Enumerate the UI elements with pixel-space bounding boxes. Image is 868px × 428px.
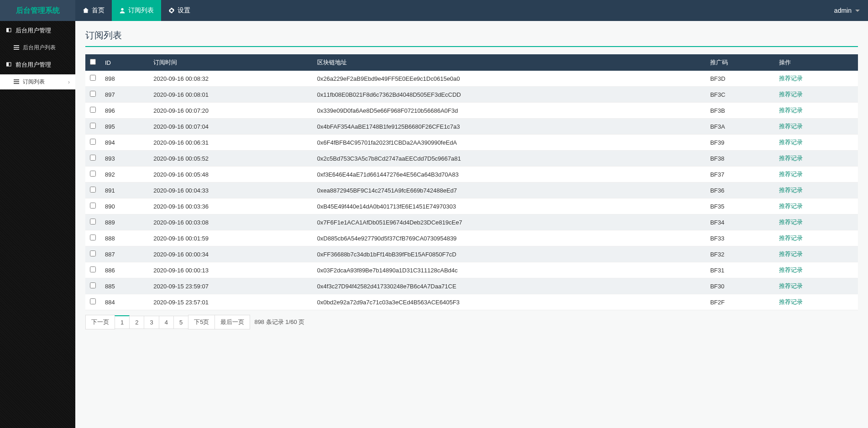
recommend-link[interactable]: 推荐记录: [779, 251, 803, 257]
sidebar-item[interactable]: 订阅列表: [0, 74, 75, 89]
recommend-link[interactable]: 推荐记录: [779, 219, 803, 225]
column-header: ID: [100, 54, 149, 71]
nav-subscriptions[interactable]: 订阅列表: [112, 0, 161, 21]
table-row: 8932020-09-16 00:05:520x2c5Bd753C3A5c7b8…: [85, 151, 858, 167]
cell-id: 897: [100, 87, 149, 103]
cell-id: 898: [100, 71, 149, 87]
svg-point-0: [121, 8, 123, 10]
table-row: 8952020-09-16 00:07:040x4bFAF354AaBE1748…: [85, 119, 858, 135]
pager-button[interactable]: 最后一页: [214, 315, 250, 329]
cell-code: BF3A: [706, 119, 774, 135]
sidebar-item-label: 后台用户列表: [23, 44, 56, 52]
pager-button[interactable]: 4: [159, 316, 174, 329]
pager-button[interactable]: 3: [144, 316, 159, 329]
caret-down-icon: [855, 10, 860, 12]
recommend-link[interactable]: 推荐记录: [779, 187, 803, 193]
cell-id: 891: [100, 183, 149, 198]
subscription-table: ID订阅时间区块链地址推广码操作 8982020-09-16 00:08:320…: [85, 54, 858, 310]
svg-rect-4: [14, 47, 19, 48]
cell-id: 894: [100, 135, 149, 151]
row-checkbox[interactable]: [90, 171, 96, 177]
cell-address: 0x339e09D0fa6Ae8D5e66F968F07210b56686A0F…: [313, 103, 706, 119]
recommend-link[interactable]: 推荐记录: [779, 75, 803, 82]
row-checkbox[interactable]: [90, 107, 96, 113]
svg-rect-8: [14, 79, 19, 80]
cell-id: 888: [100, 230, 149, 246]
select-all-checkbox[interactable]: [90, 59, 96, 65]
page-title: 订阅列表: [85, 29, 858, 47]
row-checkbox[interactable]: [90, 155, 96, 161]
toggle-icon: [6, 62, 12, 68]
sidebar-item[interactable]: 后台用户列表: [0, 40, 75, 55]
column-header: 推广码: [706, 54, 774, 71]
cell-code: BF33: [706, 230, 774, 246]
row-checkbox[interactable]: [90, 91, 96, 97]
cell-address: 0x4f3c27D94f42582d417330248e7B6c4A7Daa71…: [313, 278, 706, 294]
row-checkbox[interactable]: [90, 282, 96, 288]
row-checkbox[interactable]: [90, 123, 96, 129]
recommend-link[interactable]: 推荐记录: [779, 139, 803, 146]
sidebar-group[interactable]: 前台用户管理: [0, 55, 75, 74]
table-row: 8902020-09-16 00:03:360xB45E49f440e14dA0…: [85, 198, 858, 214]
recommend-link[interactable]: 推荐记录: [779, 171, 803, 177]
user-name: admin: [834, 7, 852, 14]
cell-address: 0xea8872945BF9C14c27451A9fcE669b742488eE…: [313, 183, 706, 198]
row-checkbox[interactable]: [90, 219, 96, 224]
sidebar-group[interactable]: 后台用户管理: [0, 21, 75, 40]
cell-time: 2020-09-16 00:07:04: [149, 119, 313, 135]
cell-time: 2020-09-15 23:59:07: [149, 278, 313, 294]
cell-address: 0x2c5Bd753C3A5c7b8Cd2747aaEECdd7D5c9667a…: [313, 151, 706, 167]
recommend-link[interactable]: 推荐记录: [779, 91, 803, 98]
pager-info: 898 条记录 1/60 页: [254, 318, 304, 326]
cell-address: 0xB45E49f440e14dA0b401713fE6E1451E749703…: [313, 198, 706, 214]
cell-code: BF34: [706, 214, 774, 230]
toggle-icon: [6, 27, 12, 34]
list-icon: [14, 79, 19, 85]
sidebar-group-label: 前台用户管理: [16, 61, 51, 69]
pager-button[interactable]: 1: [115, 315, 130, 329]
row-checkbox[interactable]: [90, 251, 96, 256]
row-checkbox[interactable]: [90, 235, 96, 240]
list-icon: [14, 45, 19, 51]
home-icon: [83, 7, 89, 14]
sidebar-group-label: 后台用户管理: [16, 26, 51, 35]
recommend-link[interactable]: 推荐记录: [779, 282, 803, 289]
recommend-link[interactable]: 推荐记录: [779, 155, 803, 162]
row-checkbox[interactable]: [90, 139, 96, 145]
recommend-link[interactable]: 推荐记录: [779, 298, 803, 305]
recommend-link[interactable]: 推荐记录: [779, 203, 803, 209]
table-row: 8842020-09-15 23:57:010x0bd2e92a72d9a7c7…: [85, 294, 858, 310]
pager-button[interactable]: 2: [129, 316, 144, 329]
nav-settings[interactable]: 设置: [161, 0, 198, 21]
cell-time: 2020-09-16 00:04:33: [149, 183, 313, 198]
cell-code: BF36: [706, 183, 774, 198]
cell-time: 2020-09-16 00:03:36: [149, 198, 313, 214]
pager-button[interactable]: 5: [173, 316, 188, 329]
cell-code: BF31: [706, 262, 774, 278]
recommend-link[interactable]: 推荐记录: [779, 107, 803, 114]
header: 后台管理系统 首页订阅列表设置 admin: [0, 0, 868, 21]
gear-icon: [168, 7, 175, 14]
nav-label: 首页: [92, 6, 105, 15]
pager-button[interactable]: 下一页: [85, 315, 115, 329]
cell-time: 2020-09-16 00:06:31: [149, 135, 313, 151]
row-checkbox[interactable]: [90, 203, 96, 209]
row-checkbox[interactable]: [90, 266, 96, 272]
nav-home[interactable]: 首页: [75, 0, 112, 21]
row-checkbox[interactable]: [90, 75, 96, 81]
cell-code: BF30: [706, 278, 774, 294]
column-header: 区块链地址: [313, 54, 706, 71]
pager: 下一页12345下5页最后一页898 条记录 1/60 页: [85, 315, 858, 329]
cell-time: 2020-09-16 00:00:13: [149, 262, 313, 278]
cell-id: 887: [100, 246, 149, 262]
pager-button[interactable]: 下5页: [188, 315, 215, 329]
row-checkbox[interactable]: [90, 187, 96, 193]
cell-code: BF2F: [706, 294, 774, 310]
recommend-link[interactable]: 推荐记录: [779, 266, 803, 273]
user-menu[interactable]: admin: [834, 7, 860, 14]
recommend-link[interactable]: 推荐记录: [779, 235, 803, 241]
row-checkbox[interactable]: [90, 298, 96, 304]
recommend-link[interactable]: 推荐记录: [779, 123, 803, 130]
table-row: 8882020-09-16 00:01:590xD885cb6A54e92779…: [85, 230, 858, 246]
cell-id: 890: [100, 198, 149, 214]
